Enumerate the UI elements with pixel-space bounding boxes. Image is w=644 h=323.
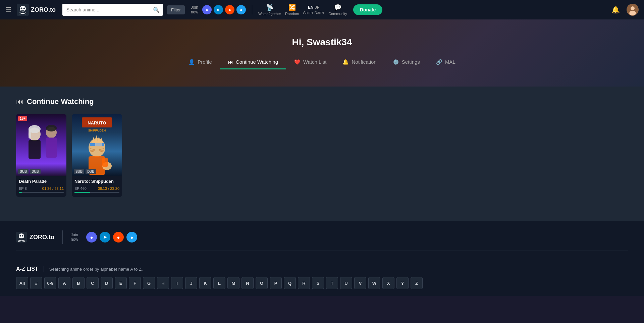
- tab-continue-watching[interactable]: ⏮ Continue Watching: [220, 56, 286, 69]
- tab-watch-list[interactable]: ❤️ Watch List: [286, 56, 334, 69]
- death-parade-art: [16, 114, 66, 176]
- svg-point-3: [23, 8, 25, 9]
- footer-twitter-icon[interactable]: ●: [126, 232, 137, 243]
- footer-logo[interactable]: ZORO.to: [16, 232, 54, 243]
- az-letter-b[interactable]: B: [72, 277, 85, 289]
- footer-vertical-divider: [62, 230, 63, 244]
- az-letter--[interactable]: #: [30, 277, 42, 289]
- tab-mal[interactable]: 🔗 MAL: [428, 56, 464, 69]
- death-parade-progress-fill: [19, 192, 22, 193]
- profile-tab-label: Profile: [198, 59, 212, 65]
- svg-rect-40: [102, 158, 108, 167]
- naruto-time: 08:13 / 23:20: [98, 186, 119, 191]
- svg-point-44: [22, 235, 23, 236]
- user-avatar[interactable]: [627, 4, 639, 16]
- badge-18-death-parade: 18+: [18, 116, 27, 121]
- anime-name-lang: EN JP: [308, 5, 320, 10]
- site-logo[interactable]: ZORO.to: [17, 4, 56, 16]
- az-letter-l[interactable]: L: [213, 277, 225, 289]
- join-now[interactable]: Join now: [191, 5, 198, 15]
- death-parade-time: 01:36 / 23:11: [42, 186, 64, 191]
- random-button[interactable]: 🔀 Random: [285, 4, 299, 16]
- az-letter-c[interactable]: C: [87, 277, 99, 289]
- watch2gether-button[interactable]: 📡 Watch2gether: [258, 4, 281, 16]
- az-letter-u[interactable]: U: [340, 277, 352, 289]
- footer-telegram-icon[interactable]: ➤: [100, 232, 110, 243]
- hamburger-menu[interactable]: ☰: [5, 6, 11, 14]
- tab-profile[interactable]: 👤 Profile: [180, 56, 220, 69]
- avatar-image: [627, 4, 639, 16]
- tab-settings[interactable]: ⚙️ Settings: [385, 56, 428, 69]
- discord-icon[interactable]: ●: [202, 5, 212, 14]
- anime-name-button[interactable]: EN JP Anime Name: [303, 5, 325, 14]
- az-letter-s[interactable]: S: [312, 277, 324, 289]
- svg-rect-4: [21, 10, 24, 11]
- telegram-icon[interactable]: ➤: [214, 5, 223, 14]
- profile-tabs: 👤 Profile ⏮ Continue Watching ❤️ Watch L…: [180, 56, 463, 69]
- svg-rect-45: [20, 238, 23, 238]
- watch2gether-icon: 📡: [266, 4, 273, 11]
- az-letter-y[interactable]: Y: [396, 277, 409, 289]
- notification-tab-icon: 🔔: [342, 59, 349, 65]
- notification-tab-label: Notification: [352, 59, 376, 65]
- notification-bell-icon[interactable]: 🔔: [611, 6, 620, 14]
- az-letter-w[interactable]: W: [368, 277, 380, 289]
- az-title: A-Z LIST: [16, 266, 38, 272]
- az-letter-q[interactable]: Q: [284, 277, 296, 289]
- anime-grid: 18+ SUB DUB Death Parade EP 8 01:36 / 23…: [16, 114, 628, 197]
- anime-name-label: Anime Name: [303, 10, 325, 14]
- naruto-progress-bar: [74, 192, 119, 193]
- mal-tab-icon: 🔗: [436, 59, 442, 65]
- random-label: Random: [285, 12, 299, 16]
- az-letter-m[interactable]: M: [227, 277, 239, 289]
- az-letter-o[interactable]: O: [256, 277, 268, 289]
- death-parade-info: Death Parade EP 8 01:36 / 23:11: [16, 176, 66, 197]
- az-letter-r[interactable]: R: [298, 277, 310, 289]
- az-letter-p[interactable]: P: [270, 277, 282, 289]
- footer-discord-icon[interactable]: ●: [86, 232, 97, 243]
- az-letter-f[interactable]: F: [129, 277, 141, 289]
- watch-list-tab-label: Watch List: [303, 59, 326, 65]
- az-letter-n[interactable]: N: [241, 277, 254, 289]
- az-letter-k[interactable]: K: [199, 277, 211, 289]
- main-content: ⏮ Continue Watching: [0, 87, 644, 221]
- anime-card-naruto[interactable]: NARUTO SHIPPUDEN: [72, 114, 122, 197]
- community-icon: 💬: [334, 4, 341, 11]
- az-letter-v[interactable]: V: [354, 277, 366, 289]
- svg-rect-46: [20, 238, 21, 239]
- az-letter-z[interactable]: Z: [411, 277, 423, 289]
- reddit-icon[interactable]: ●: [225, 5, 234, 14]
- section-icon: ⏮: [16, 97, 23, 106]
- anime-card-death-parade[interactable]: 18+ SUB DUB Death Parade EP 8 01:36 / 23…: [16, 114, 66, 197]
- logo-icon: [17, 4, 29, 16]
- footer-reddit-icon[interactable]: ●: [113, 232, 124, 243]
- az-letters: All#0-9ABCDEFGHIJKLMNOPQRSTUVWXYZ: [16, 277, 628, 289]
- az-letter-x[interactable]: X: [382, 277, 394, 289]
- filter-button[interactable]: Filter: [167, 5, 185, 14]
- az-letter-g[interactable]: G: [143, 277, 155, 289]
- community-button[interactable]: 💬 Community: [328, 4, 347, 16]
- naruto-sub-badge: SUB: [74, 169, 84, 174]
- twitter-icon[interactable]: ●: [236, 5, 246, 14]
- az-letter-0-9[interactable]: 0-9: [44, 277, 56, 289]
- az-section: A-Z LIST Searching anime order by alphab…: [0, 259, 644, 296]
- footer-join: Join now: [71, 232, 78, 242]
- az-letter-a[interactable]: A: [58, 277, 70, 289]
- section-title: Continue Watching: [27, 97, 94, 106]
- az-letter-all[interactable]: All: [16, 277, 28, 289]
- donate-button[interactable]: Donate: [353, 4, 382, 15]
- az-letter-h[interactable]: H: [157, 277, 169, 289]
- section-header: ⏮ Continue Watching: [16, 97, 628, 106]
- search-input[interactable]: [62, 4, 150, 16]
- tab-notification[interactable]: 🔔 Notification: [334, 56, 384, 69]
- az-letter-t[interactable]: T: [326, 277, 338, 289]
- svg-point-20: [46, 125, 57, 131]
- az-letter-i[interactable]: I: [171, 277, 183, 289]
- community-label: Community: [328, 12, 347, 16]
- az-letter-d[interactable]: D: [101, 277, 113, 289]
- settings-tab-icon: ⚙️: [393, 59, 399, 65]
- az-letter-j[interactable]: J: [185, 277, 197, 289]
- search-button[interactable]: 🔍: [150, 7, 163, 13]
- az-letter-e[interactable]: E: [115, 277, 127, 289]
- mal-tab-label: MAL: [445, 59, 455, 65]
